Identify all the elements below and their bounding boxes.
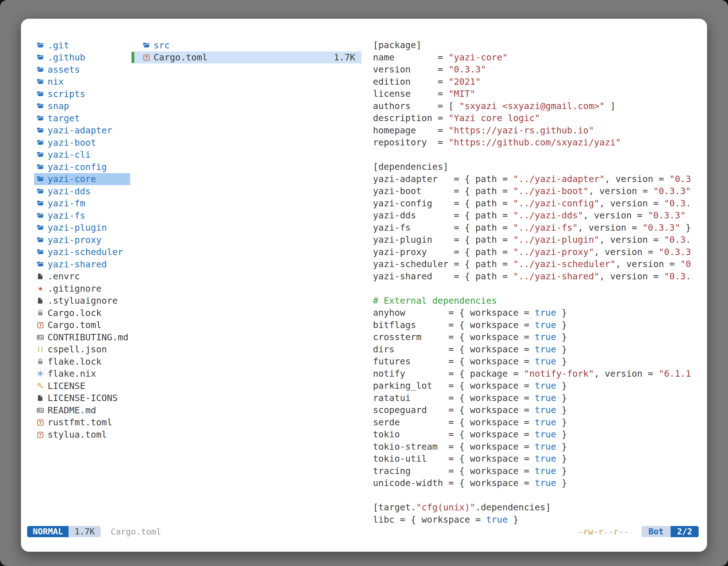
preview-line: yazi-boot = { path = "../yazi-boot", ver… xyxy=(373,185,707,198)
permissions-text: -rw-r--r-- xyxy=(578,527,629,537)
file-row-cargo-toml[interactable]: Cargo.toml xyxy=(34,319,130,331)
file-label: target xyxy=(48,113,80,124)
braces-icon: {} xyxy=(36,345,45,354)
preview-line xyxy=(373,283,707,295)
status-filename: Cargo.toml xyxy=(111,527,161,537)
file-row-stylua-toml[interactable]: stylua.toml xyxy=(34,428,130,441)
file-row-yazi-proxy[interactable]: yazi-proxy xyxy=(34,234,130,246)
folder-icon xyxy=(36,102,45,111)
file-icon xyxy=(36,272,45,281)
file-row-yazi-scheduler[interactable]: yazi-scheduler xyxy=(34,246,130,259)
preview-line: [dependencies] xyxy=(373,161,707,173)
preview-line: scopeguard = { workspace = true } xyxy=(373,404,707,416)
preview-line: authors = [ "sxyazi <sxyazi@gmail.com>" … xyxy=(373,100,707,112)
file-row-scripts[interactable]: scripts xyxy=(34,88,130,100)
preview-line: libc = { workspace = true } xyxy=(373,514,707,526)
preview-line: [target."cfg(unix)".dependencies] xyxy=(373,501,707,514)
folder-icon xyxy=(36,211,45,220)
file-row--envrc[interactable]: .envrc xyxy=(34,271,130,283)
preview-line: version = "0.3.3" xyxy=(373,64,707,76)
file-row-flake-lock[interactable]: flake.lock xyxy=(34,355,130,368)
file-label: yazi-shared xyxy=(48,259,107,270)
folder-icon xyxy=(36,150,45,159)
file-row-yazi-config[interactable]: yazi-config xyxy=(34,161,130,173)
file-row--git[interactable]: .git xyxy=(34,39,130,51)
status-bar: NORMAL 1.7K Cargo.toml -rw-r--r-- Bot 2/… xyxy=(27,526,699,537)
file-row-flake-nix[interactable]: flake.nix xyxy=(34,368,130,380)
preview-line: description = "Yazi core logic" xyxy=(373,112,707,125)
toml-icon xyxy=(36,430,45,439)
file-row-target[interactable]: target xyxy=(34,112,130,125)
markdown-icon xyxy=(36,406,45,415)
file-label: .git xyxy=(48,40,69,51)
folder-icon xyxy=(36,248,45,257)
git-icon xyxy=(36,284,45,293)
file-row-assets[interactable]: assets xyxy=(34,64,130,76)
file-row-cargo-lock[interactable]: Cargo.lock xyxy=(34,307,130,319)
file-label: Cargo.toml xyxy=(154,52,208,63)
file-row-license[interactable]: LICENSE xyxy=(34,380,130,392)
file-row-yazi-adapter[interactable]: yazi-adapter xyxy=(34,125,130,137)
file-row--gitignore[interactable]: .gitignore xyxy=(34,283,130,295)
file-label: yazi-plugin xyxy=(48,222,107,233)
file-row-yazi-cli[interactable]: yazi-cli xyxy=(34,149,130,161)
markdown-icon xyxy=(36,333,45,342)
preview-line: yazi-scheduler = { path = "../yazi-sched… xyxy=(373,258,707,271)
preview-line: dirs = { workspace = true } xyxy=(373,343,707,356)
lock-icon xyxy=(36,308,45,317)
folder-icon xyxy=(36,126,45,135)
file-row--styluaignore[interactable]: .styluaignore xyxy=(34,295,130,307)
preview-line: yazi-shared = { path = "../yazi-shared",… xyxy=(373,271,707,283)
file-label: yazi-config xyxy=(48,162,107,172)
preview-line: crossterm = { workspace = true } xyxy=(373,331,707,343)
folder-icon xyxy=(36,77,45,86)
preview-line: bitflags = { workspace = true } xyxy=(373,319,707,331)
preview-line xyxy=(373,489,707,502)
file-label: Cargo.lock xyxy=(48,307,102,318)
preview-line: # External dependencies xyxy=(373,295,707,307)
file-label: rustfmt.toml xyxy=(48,417,112,427)
folder-icon xyxy=(36,65,45,74)
file-row-src[interactable]: src xyxy=(131,39,361,51)
file-icon xyxy=(36,296,45,305)
file-row-snap[interactable]: snap xyxy=(34,100,130,112)
file-label: .github xyxy=(48,52,85,63)
file-label: cspell.json xyxy=(48,344,107,354)
file-label: nix xyxy=(48,76,64,87)
file-row-cargo-toml[interactable]: Cargo.toml1.7K xyxy=(131,51,361,64)
file-label: snap xyxy=(48,101,69,111)
file-label: README.md xyxy=(48,405,96,415)
preview-line: license = "MIT" xyxy=(373,88,707,100)
file-row-yazi-core[interactable]: yazi-core xyxy=(34,173,130,186)
git-folder-icon xyxy=(36,41,45,50)
file-row-contributing-md[interactable]: CONTRIBUTING.md xyxy=(34,331,130,343)
folder-icon xyxy=(36,90,45,98)
preview-line: parking_lot = { workspace = true } xyxy=(373,380,707,392)
folder-icon xyxy=(36,53,45,62)
file-row--github[interactable]: .github xyxy=(34,51,130,64)
file-row-yazi-shared[interactable]: yazi-shared xyxy=(34,258,130,271)
scroll-position-badge: Bot xyxy=(642,526,671,537)
preview-line: unicode-width = { workspace = true } xyxy=(373,477,707,489)
preview-line: name = "yazi-core" xyxy=(373,51,707,64)
folder-icon xyxy=(142,41,151,50)
file-row-yazi-plugin[interactable]: yazi-plugin xyxy=(34,222,130,234)
file-row-nix[interactable]: nix xyxy=(34,76,130,88)
file-row-yazi-boot[interactable]: yazi-boot xyxy=(34,137,130,149)
folder-icon xyxy=(36,223,45,232)
file-label: CONTRIBUTING.md xyxy=(48,332,128,342)
file-row-readme-md[interactable]: README.md xyxy=(34,404,130,416)
file-label: yazi-adapter xyxy=(48,125,112,136)
preview-pane: [package]name = "yazi-core"version = "0.… xyxy=(373,39,707,526)
file-label: .envrc xyxy=(48,271,80,282)
file-label: yazi-boot xyxy=(48,137,96,148)
preview-line: tracing = { workspace = true } xyxy=(373,465,707,477)
file-row-yazi-fs[interactable]: yazi-fs xyxy=(34,210,130,222)
file-row-cspell-json[interactable]: {}cspell.json xyxy=(34,343,130,356)
file-row-rustfmt-toml[interactable]: rustfmt.toml xyxy=(34,416,130,429)
file-row-yazi-fm[interactable]: yazi-fm xyxy=(34,198,130,210)
file-label: yazi-proxy xyxy=(48,235,102,245)
file-row-yazi-dds[interactable]: yazi-dds xyxy=(34,185,130,198)
file-row-license-icons[interactable]: LICENSE-ICONS xyxy=(34,392,130,404)
file-label: stylua.toml xyxy=(48,429,107,440)
